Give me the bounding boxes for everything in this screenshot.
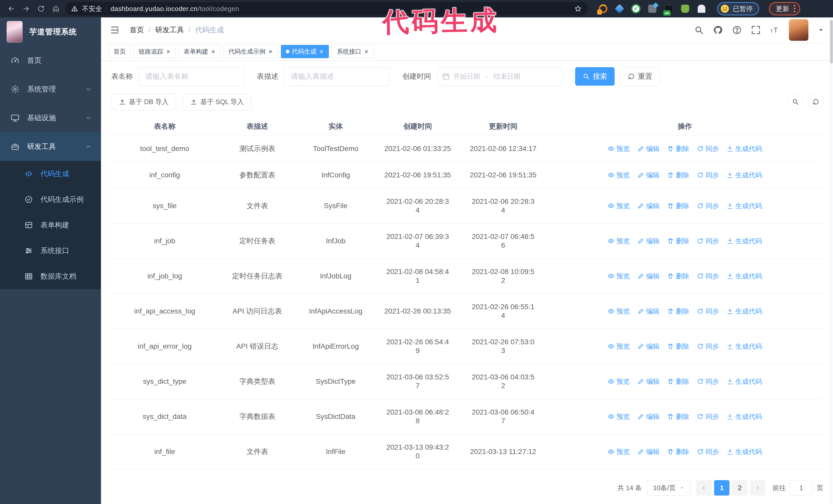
preview-link[interactable]: 预览 xyxy=(608,377,630,386)
browser-update-button[interactable]: 更新 xyxy=(769,2,800,16)
refresh-table-button[interactable] xyxy=(808,94,824,110)
sync-link[interactable]: 同步 xyxy=(697,447,719,456)
browser-reload-button[interactable] xyxy=(35,3,47,14)
close-icon[interactable]: × xyxy=(166,48,171,55)
delete-link[interactable]: 删除 xyxy=(667,201,689,210)
search-button[interactable]: 搜索 xyxy=(575,67,615,86)
prev-page-button[interactable] xyxy=(696,480,712,496)
edit-link[interactable]: 编辑 xyxy=(638,237,660,245)
table-desc-input[interactable] xyxy=(284,67,389,86)
sync-link[interactable]: 同步 xyxy=(697,171,719,179)
help-icon[interactable] xyxy=(732,25,742,35)
edit-link[interactable]: 编辑 xyxy=(638,447,660,456)
generate-link[interactable]: 生成代码 xyxy=(727,307,762,316)
breadcrumb-home[interactable]: 首页 xyxy=(130,25,144,35)
sync-link[interactable]: 同步 xyxy=(697,272,719,281)
tab-代码生成[interactable]: 代码生成 × xyxy=(281,45,329,58)
page-size-select[interactable]: 10条/页 xyxy=(647,480,691,496)
tab-链路追踪[interactable]: 链路追踪 × xyxy=(134,45,175,58)
sync-link[interactable]: 同步 xyxy=(697,412,719,421)
tab-代码生成示例[interactable]: 代码生成示例 × xyxy=(223,45,278,58)
sidebar-item-infra[interactable]: 基础设施 xyxy=(0,103,101,132)
edit-link[interactable]: 编辑 xyxy=(638,377,660,386)
delete-link[interactable]: 删除 xyxy=(667,272,689,281)
sidebar-item-codegen[interactable]: 代码生成 xyxy=(0,161,101,187)
address-bar[interactable]: 不安全 dashboard.yudao.iocoder.cn/tool/code… xyxy=(65,2,588,16)
edit-link[interactable]: 编辑 xyxy=(638,342,660,351)
generate-link[interactable]: 生成代码 xyxy=(727,412,762,421)
page-button-1[interactable]: 1 xyxy=(714,480,730,496)
extension-grid-icon[interactable] xyxy=(647,4,657,14)
delete-link[interactable]: 删除 xyxy=(667,144,689,153)
browser-forward-button[interactable] xyxy=(21,3,32,14)
extension-orange-icon[interactable] xyxy=(598,4,608,14)
date-range-picker[interactable]: 开始日期 - 结束日期 xyxy=(437,67,563,86)
search-icon[interactable] xyxy=(694,25,704,35)
sidebar-item-devtools[interactable]: 研发工具 xyxy=(0,132,101,161)
delete-link[interactable]: 删除 xyxy=(667,171,689,179)
sidebar-item-home[interactable]: 首页 xyxy=(0,46,101,75)
reset-button[interactable]: 重置 xyxy=(620,67,660,86)
generate-link[interactable]: 生成代码 xyxy=(727,377,762,386)
browser-profile-badge[interactable]: 已暂停 xyxy=(717,2,759,16)
sidebar-item-db-doc[interactable]: 数据库文档 xyxy=(0,264,101,289)
close-icon[interactable]: × xyxy=(268,48,273,55)
tab-系统接口[interactable]: 系统接口 × xyxy=(332,45,374,58)
delete-link[interactable]: 删除 xyxy=(667,342,689,351)
sidebar-item-form-builder[interactable]: 表单构建 xyxy=(0,212,101,238)
edit-link[interactable]: 编辑 xyxy=(638,201,660,210)
edit-link[interactable]: 编辑 xyxy=(638,307,660,316)
delete-link[interactable]: 删除 xyxy=(667,307,689,316)
sidebar-item-system-api[interactable]: 系统接口 xyxy=(0,238,101,264)
user-avatar[interactable] xyxy=(789,19,808,41)
sync-link[interactable]: 同步 xyxy=(697,377,719,386)
extension-bot-icon[interactable] xyxy=(680,4,690,14)
generate-link[interactable]: 生成代码 xyxy=(727,201,762,210)
star-icon[interactable] xyxy=(574,5,582,13)
delete-link[interactable]: 删除 xyxy=(667,412,689,421)
close-icon[interactable]: × xyxy=(211,48,216,55)
preview-link[interactable]: 预览 xyxy=(608,237,630,245)
preview-link[interactable]: 预览 xyxy=(608,144,630,153)
edit-link[interactable]: 编辑 xyxy=(638,144,660,153)
generate-link[interactable]: 生成代码 xyxy=(727,237,762,245)
hamburger-icon[interactable] xyxy=(110,25,120,35)
scrollbar-thumb[interactable] xyxy=(830,20,833,64)
show-search-button[interactable] xyxy=(787,94,803,110)
generate-link[interactable]: 生成代码 xyxy=(727,272,762,281)
close-icon[interactable]: × xyxy=(319,48,324,55)
preview-link[interactable]: 预览 xyxy=(608,447,630,456)
delete-link[interactable]: 删除 xyxy=(667,237,689,245)
next-page-button[interactable] xyxy=(750,480,765,496)
delete-link[interactable]: 删除 xyxy=(667,447,689,456)
delete-link[interactable]: 删除 xyxy=(667,377,689,386)
edit-link[interactable]: 编辑 xyxy=(638,171,660,179)
browser-menu-icon[interactable] xyxy=(794,5,795,12)
preview-link[interactable]: 预览 xyxy=(608,171,630,179)
import-sql-button[interactable]: 基于 SQL 导入 xyxy=(183,93,252,110)
close-icon[interactable]: × xyxy=(364,48,369,55)
sync-link[interactable]: 同步 xyxy=(697,342,719,351)
browser-home-button[interactable] xyxy=(50,3,62,14)
extension-dark-icon[interactable]: on xyxy=(664,4,673,14)
sidebar-logo-row[interactable]: 芋道管理系统 xyxy=(0,18,101,46)
tab-表单构建[interactable]: 表单构建 × xyxy=(178,45,220,58)
sync-link[interactable]: 同步 xyxy=(697,201,719,210)
extension-check-icon[interactable]: ✓ xyxy=(631,4,641,14)
page-button-2[interactable]: 2 xyxy=(732,480,747,496)
sync-link[interactable]: 同步 xyxy=(697,144,719,153)
caret-down-icon[interactable] xyxy=(818,27,824,33)
edit-link[interactable]: 编辑 xyxy=(638,272,660,281)
generate-link[interactable]: 生成代码 xyxy=(727,342,762,351)
goto-page-input[interactable] xyxy=(789,480,813,496)
table-name-input[interactable] xyxy=(138,67,244,86)
sidebar-item-system[interactable]: 系统管理 xyxy=(0,75,101,103)
generate-link[interactable]: 生成代码 xyxy=(727,144,762,153)
scrollbar[interactable] xyxy=(829,18,833,504)
preview-link[interactable]: 预览 xyxy=(608,307,630,316)
breadcrumb-devtools[interactable]: 研发工具 xyxy=(155,25,184,35)
preview-link[interactable]: 预览 xyxy=(608,342,630,351)
generate-link[interactable]: 生成代码 xyxy=(727,447,762,456)
sync-link[interactable]: 同步 xyxy=(697,237,719,245)
edit-link[interactable]: 编辑 xyxy=(638,412,660,421)
